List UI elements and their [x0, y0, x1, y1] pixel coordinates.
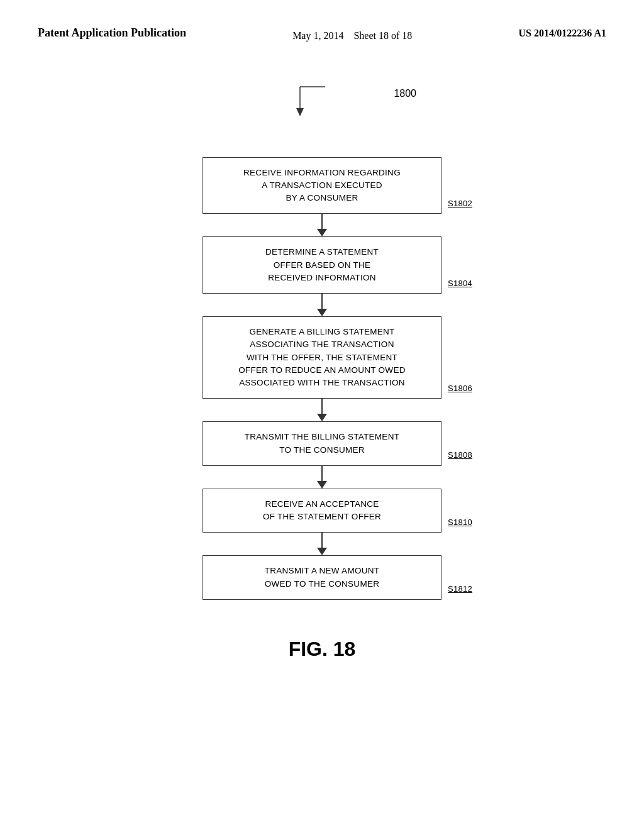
- flow-step-s1808: TRANSMIT THE BILLING STATEMENTTO THE CON…: [190, 421, 454, 466]
- start-arrow-container: 1800: [190, 82, 454, 119]
- box-s1802: RECEIVE INFORMATION REGARDINGA TRANSACTI…: [203, 157, 441, 214]
- arrow-line-2: [321, 294, 323, 309]
- flow-step-s1812: TRANSMIT A NEW AMOUNTOWED TO THE CONSUME…: [190, 555, 454, 600]
- box-s1812-text: TRANSMIT A NEW AMOUNTOWED TO THE CONSUME…: [265, 566, 379, 588]
- box-s1808-text: TRANSMIT THE BILLING STATEMENTTO THE CON…: [245, 432, 399, 454]
- arrow-head-1: [317, 229, 327, 236]
- box-s1804: DETERMINE A STATEMENTOFFER BASED ON THER…: [203, 236, 441, 294]
- connector-3: [317, 399, 327, 421]
- step-label-s1806: S1806: [448, 382, 472, 395]
- box-s1804-text: DETERMINE A STATEMENTOFFER BASED ON THER…: [265, 247, 379, 282]
- arrow-line-5: [321, 533, 323, 548]
- arrow-head-3: [317, 414, 327, 421]
- arrow-head-2: [317, 309, 327, 316]
- step-label-s1810: S1810: [448, 516, 472, 529]
- step-label-s1812: S1812: [448, 583, 472, 595]
- flow-step-s1802: RECEIVE INFORMATION REGARDINGA TRANSACTI…: [190, 157, 454, 214]
- arrow-head-5: [317, 548, 327, 555]
- start-arrow-svg: [287, 82, 350, 116]
- connector-1: [317, 214, 327, 236]
- box-s1812: TRANSMIT A NEW AMOUNTOWED TO THE CONSUME…: [203, 555, 441, 600]
- arrow-line-1: [321, 214, 323, 229]
- connector-5: [317, 533, 327, 555]
- arrow-head-4: [317, 481, 327, 489]
- publication-date: May 1, 2014: [292, 30, 343, 41]
- flow-step-s1804: DETERMINE A STATEMENTOFFER BASED ON THER…: [190, 236, 454, 294]
- diagram-id-label: 1800: [394, 88, 416, 99]
- box-s1806: GENERATE A BILLING STATEMENTASSOCIATING …: [203, 316, 441, 399]
- box-s1802-text: RECEIVE INFORMATION REGARDINGA TRANSACTI…: [243, 168, 401, 203]
- connector-4: [317, 466, 327, 489]
- sheet-info: Sheet 18 of 18: [353, 30, 412, 41]
- step-label-s1808: S1808: [448, 449, 472, 462]
- date-sheet-info: May 1, 2014 Sheet 18 of 18: [292, 25, 412, 44]
- publication-label: Patent Application Publication: [38, 25, 186, 41]
- figure-label: FIG. 18: [289, 638, 356, 661]
- flowchart: RECEIVE INFORMATION REGARDINGA TRANSACTI…: [0, 157, 644, 600]
- step-label-s1802: S1802: [448, 197, 472, 210]
- box-s1806-text: GENERATE A BILLING STATEMENTASSOCIATING …: [238, 327, 405, 387]
- flow-step-s1806: GENERATE A BILLING STATEMENTASSOCIATING …: [190, 316, 454, 399]
- page-header: Patent Application Publication May 1, 20…: [0, 0, 644, 44]
- box-s1810-text: RECEIVE AN ACCEPTANCEOF THE STATEMENT OF…: [263, 499, 381, 521]
- svg-marker-2: [296, 108, 304, 116]
- arrow-line-3: [321, 399, 323, 414]
- connector-2: [317, 294, 327, 316]
- patent-number: US 2014/0122236 A1: [518, 25, 606, 39]
- box-s1810: RECEIVE AN ACCEPTANCEOF THE STATEMENT OF…: [203, 489, 441, 533]
- arrow-line-4: [321, 466, 323, 481]
- flow-step-s1810: RECEIVE AN ACCEPTANCEOF THE STATEMENT OF…: [190, 489, 454, 533]
- diagram-area: 1800 RECEIVE INFORMATION REGARDINGA TRAN…: [0, 44, 644, 661]
- step-label-s1804: S1804: [448, 277, 472, 290]
- box-s1808: TRANSMIT THE BILLING STATEMENTTO THE CON…: [203, 421, 441, 466]
